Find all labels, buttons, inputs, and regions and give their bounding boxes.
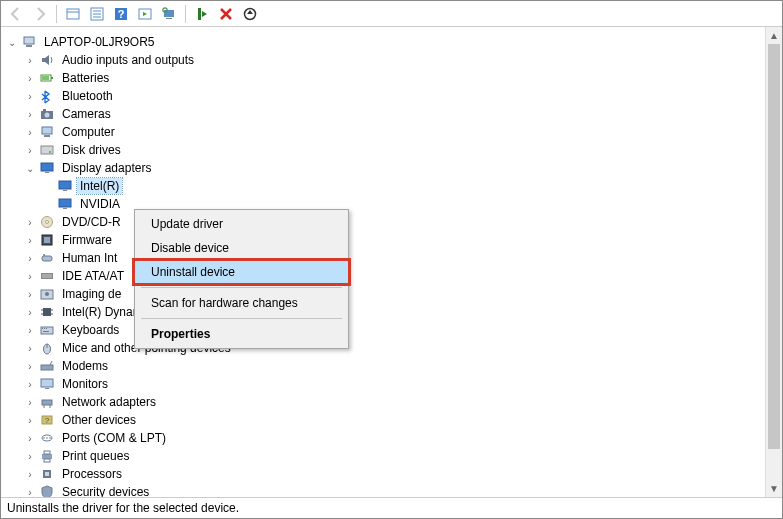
printer-icon bbox=[39, 448, 55, 464]
help-button[interactable]: ? bbox=[110, 3, 132, 25]
chevron-right-icon[interactable]: › bbox=[23, 217, 37, 228]
tree-item-printer[interactable]: ›Print queues bbox=[5, 447, 765, 465]
tree-item-keyboard[interactable]: ›Keyboards bbox=[5, 321, 765, 339]
back-button[interactable] bbox=[5, 3, 27, 25]
tree-item-monitor[interactable]: ›Monitors bbox=[5, 375, 765, 393]
tree-item-cpu[interactable]: ›Processors bbox=[5, 465, 765, 483]
tree-item-label: Intel(R) bbox=[77, 178, 122, 194]
tree-item-firmware[interactable]: ›Firmware bbox=[5, 231, 765, 249]
tree-item-modem[interactable]: ›Modems bbox=[5, 357, 765, 375]
chevron-right-icon[interactable]: › bbox=[23, 433, 37, 444]
tree-item-chip[interactable]: ›Intel(R) Dynamic Platform and Thermal F… bbox=[5, 303, 765, 321]
tree-item-camera[interactable]: ›Cameras bbox=[5, 105, 765, 123]
display-icon bbox=[57, 178, 73, 194]
svg-rect-17 bbox=[24, 37, 34, 44]
context-menu-item[interactable]: Uninstall device bbox=[134, 260, 349, 284]
properties-button[interactable] bbox=[86, 3, 108, 25]
tree-item-label: Disk drives bbox=[59, 142, 124, 158]
svg-marker-19 bbox=[42, 55, 49, 65]
tree-item-dvd[interactable]: ›DVD/CD-R bbox=[5, 213, 765, 231]
context-menu-item[interactable]: Update driver bbox=[135, 212, 348, 236]
scroll-up-button[interactable]: ▲ bbox=[766, 27, 782, 44]
tree-item-imaging[interactable]: ›Imaging de bbox=[5, 285, 765, 303]
context-menu-item[interactable]: Properties bbox=[135, 322, 348, 346]
svg-rect-72 bbox=[42, 454, 52, 459]
chevron-right-icon[interactable]: › bbox=[23, 379, 37, 390]
tree-item-audio[interactable]: ›Audio inputs and outputs bbox=[5, 51, 765, 69]
scroll-track[interactable] bbox=[766, 44, 782, 480]
tree-item-label: IDE ATA/AT bbox=[59, 268, 127, 284]
tree-item-label: Other devices bbox=[59, 412, 139, 428]
tree-item-other[interactable]: ›?Other devices bbox=[5, 411, 765, 429]
chevron-right-icon[interactable]: › bbox=[23, 307, 37, 318]
tree-item-security[interactable]: ›Security devices bbox=[5, 483, 765, 497]
tree-item-ports[interactable]: ›Ports (COM & LPT) bbox=[5, 429, 765, 447]
chevron-right-icon[interactable]: › bbox=[23, 343, 37, 354]
chevron-right-icon[interactable]: › bbox=[23, 451, 37, 462]
chevron-right-icon[interactable]: › bbox=[23, 127, 37, 138]
chevron-down-icon[interactable]: ⌄ bbox=[5, 37, 19, 48]
svg-point-24 bbox=[45, 113, 50, 118]
chevron-right-icon[interactable]: › bbox=[23, 91, 37, 102]
chevron-right-icon[interactable]: › bbox=[23, 289, 37, 300]
battery-icon bbox=[39, 70, 55, 86]
scroll-thumb[interactable] bbox=[768, 44, 780, 449]
firmware-icon bbox=[39, 232, 55, 248]
uninstall-button[interactable] bbox=[215, 3, 237, 25]
vertical-scrollbar[interactable]: ▲ ▼ bbox=[765, 27, 782, 497]
chevron-right-icon[interactable]: › bbox=[23, 235, 37, 246]
chevron-right-icon[interactable]: › bbox=[23, 145, 37, 156]
context-menu-separator bbox=[141, 318, 342, 319]
context-menu-item[interactable]: Disable device bbox=[135, 236, 348, 260]
svg-point-41 bbox=[43, 254, 45, 256]
tree-item-bluetooth[interactable]: ›Bluetooth bbox=[5, 87, 765, 105]
update-driver-button[interactable] bbox=[239, 3, 261, 25]
chevron-right-icon[interactable]: › bbox=[23, 361, 37, 372]
tree-item-root[interactable]: ⌄LAPTOP-0LJR9OR5 bbox=[5, 33, 765, 51]
device-tree[interactable]: ⌄LAPTOP-0LJR9OR5›Audio inputs and output… bbox=[1, 27, 765, 497]
svg-point-71 bbox=[49, 437, 51, 439]
chevron-right-icon[interactable]: › bbox=[23, 73, 37, 84]
chevron-right-icon[interactable]: › bbox=[23, 109, 37, 120]
chevron-right-icon[interactable]: › bbox=[23, 271, 37, 282]
enable-button[interactable] bbox=[191, 3, 213, 25]
chevron-right-icon[interactable]: › bbox=[23, 55, 37, 66]
audio-icon bbox=[39, 52, 55, 68]
network-icon bbox=[39, 394, 55, 410]
svg-rect-34 bbox=[59, 199, 71, 207]
toolbar-separator bbox=[185, 5, 186, 23]
svg-rect-40 bbox=[42, 256, 52, 261]
action-button[interactable] bbox=[134, 3, 156, 25]
context-menu-item[interactable]: Scan for hardware changes bbox=[135, 291, 348, 315]
chevron-down-icon[interactable]: ⌄ bbox=[23, 163, 37, 174]
scroll-down-button[interactable]: ▼ bbox=[766, 480, 782, 497]
tree-item-hid[interactable]: ›Human Int bbox=[5, 249, 765, 267]
svg-rect-30 bbox=[41, 163, 53, 171]
tree-item-display[interactable]: ⌄Display adapters bbox=[5, 159, 765, 177]
svg-line-60 bbox=[50, 361, 52, 365]
svg-rect-27 bbox=[44, 135, 50, 137]
tree-item-label: Bluetooth bbox=[59, 88, 116, 104]
chevron-right-icon[interactable]: › bbox=[23, 253, 37, 264]
svg-point-29 bbox=[49, 151, 51, 153]
tree-item-disk[interactable]: ›Disk drives bbox=[5, 141, 765, 159]
tree-item-label: LAPTOP-0LJR9OR5 bbox=[41, 34, 158, 50]
svg-rect-33 bbox=[63, 190, 67, 191]
tree-item-label: Human Int bbox=[59, 250, 120, 266]
chevron-right-icon[interactable]: › bbox=[23, 469, 37, 480]
tree-item-battery[interactable]: ›Batteries bbox=[5, 69, 765, 87]
scan-hardware-button[interactable] bbox=[158, 3, 180, 25]
show-hidden-button[interactable] bbox=[62, 3, 84, 25]
chevron-right-icon[interactable]: › bbox=[23, 415, 37, 426]
tree-item-computer[interactable]: ›Computer bbox=[5, 123, 765, 141]
forward-button[interactable] bbox=[29, 3, 51, 25]
chevron-right-icon[interactable]: › bbox=[23, 325, 37, 336]
tree-item-mouse[interactable]: ›Mice and other pointing devices bbox=[5, 339, 765, 357]
tree-item-network[interactable]: ›Network adapters bbox=[5, 393, 765, 411]
chevron-right-icon[interactable]: › bbox=[23, 397, 37, 408]
tree-item-display-child[interactable]: NVIDIA bbox=[5, 195, 765, 213]
tree-item-display-child[interactable]: Intel(R) bbox=[5, 177, 765, 195]
chevron-right-icon[interactable]: › bbox=[23, 487, 37, 498]
tree-item-ide[interactable]: ›IDE ATA/AT bbox=[5, 267, 765, 285]
tree-item-label: Keyboards bbox=[59, 322, 122, 338]
